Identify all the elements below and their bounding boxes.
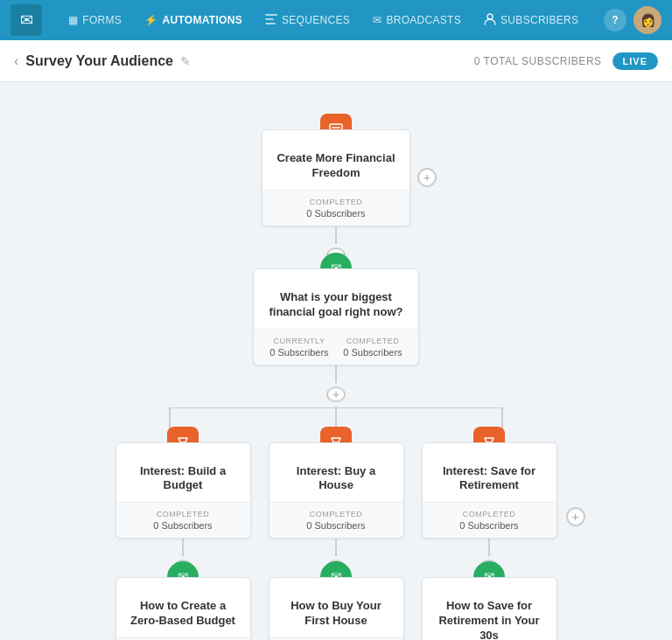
email-node-card[interactable]: What is your biggest financial goal righ…: [253, 268, 419, 365]
top-node-add-right[interactable]: +: [417, 164, 437, 191]
top-node-footer: Completed 0 Subscribers: [262, 190, 410, 226]
retirement-email-title: How to Save for Retirement in Your 30s: [423, 578, 556, 640]
email-node-footer: Currently 0 Subscribers Completed 0 Subs…: [254, 329, 418, 365]
user-avatar[interactable]: 👩: [634, 6, 662, 34]
connector-2: +: [326, 365, 346, 407]
budget-email-wrapper: ✉ How to Create a Zero-Based Budget Curr…: [116, 577, 251, 640]
navigation: ✉ ▦ Forms ⚡ Automations Sequences ✉ Broa…: [0, 0, 672, 40]
svg-point-0: [487, 14, 493, 19]
broadcasts-icon: ✉: [373, 14, 382, 26]
retirement-node-card[interactable]: Interest: Save for Retirement Completed …: [422, 442, 557, 539]
help-button[interactable]: ?: [604, 9, 626, 31]
logo-icon: ✉: [20, 10, 33, 30]
lightning-icon: ⚡: [144, 14, 158, 26]
retirement-node-title: Interest: Save for Retirement: [423, 443, 556, 503]
subscribers-icon: [484, 13, 496, 28]
nav-forms[interactable]: ▦ Forms: [60, 9, 130, 31]
branch-row: Interest: Build a Budget Completed 0 Sub…: [116, 434, 557, 640]
retirement-node-footer: Completed 0 Subscribers: [423, 502, 556, 538]
budget-node-title: Interest: Build a Budget: [116, 443, 250, 503]
subheader-right: 0 Total Subscribers LIVE: [474, 52, 658, 70]
budget-node-footer: Completed 0 Subscribers: [116, 502, 250, 538]
email-node-stat-current: Currently 0 Subscribers: [270, 337, 328, 358]
branch-add-right[interactable]: +: [566, 504, 585, 530]
house-email-wrapper: ✉ How to Buy Your First House Currently …: [269, 577, 404, 640]
sequences-icon: [265, 13, 277, 28]
retirement-email-card[interactable]: How to Save for Retirement in Your 30s C…: [422, 577, 557, 640]
subheader-left: ‹ Survey Your Audience ✎: [14, 53, 191, 69]
budget-email-title: How to Create a Zero-Based Budget: [116, 578, 250, 637]
add-btn-2[interactable]: +: [326, 386, 346, 402]
forms-icon: ▦: [68, 14, 78, 26]
nav-right: ? 👩: [604, 6, 662, 34]
retirement-node-stat: Completed 0 Subscribers: [459, 510, 518, 531]
branch-retirement: Interest: Save for Retirement Completed …: [422, 434, 557, 640]
house-email-title: How to Buy Your First House: [270, 578, 403, 637]
page-title: Survey Your Audience: [25, 53, 173, 69]
live-badge: LIVE: [612, 52, 658, 70]
total-subscribers: 0 Total Subscribers: [474, 55, 602, 67]
budget-email-card[interactable]: How to Create a Zero-Based Budget Curren…: [116, 577, 251, 640]
retirement-node-wrapper: Interest: Save for Retirement Completed …: [422, 442, 557, 539]
top-node-title: Create More Financial Freedom: [262, 130, 410, 190]
nav-subscribers[interactable]: Subscribers: [475, 8, 587, 33]
workflow-canvas: Create More Financial Freedom Completed …: [0, 82, 672, 640]
nav-automations[interactable]: ⚡ Automations: [136, 9, 251, 31]
house-node-stat: Completed 0 Subscribers: [306, 510, 365, 531]
nav-broadcasts[interactable]: ✉ Broadcasts: [364, 9, 470, 31]
top-node-wrapper: Create More Financial Freedom Completed …: [262, 129, 410, 226]
house-node-card[interactable]: Interest: Buy a House Completed 0 Subscr…: [269, 442, 404, 539]
back-button[interactable]: ‹: [14, 53, 18, 69]
branch-house: Interest: Buy a House Completed 0 Subscr…: [269, 434, 404, 640]
branch-budget: Interest: Build a Budget Completed 0 Sub…: [116, 434, 251, 640]
budget-node-stat: Completed 0 Subscribers: [153, 510, 212, 531]
top-node-stat: Completed 0 Subscribers: [306, 198, 365, 219]
nav-links: ▦ Forms ⚡ Automations Sequences ✉ Broadc…: [60, 8, 604, 33]
email-node-title: What is your biggest financial goal righ…: [254, 269, 418, 329]
budget-node-card[interactable]: Interest: Build a Budget Completed 0 Sub…: [116, 442, 251, 539]
top-node-card[interactable]: Create More Financial Freedom Completed …: [262, 129, 410, 226]
house-node-footer: Completed 0 Subscribers: [270, 502, 403, 538]
email-node-wrapper: ✉ What is your biggest financial goal ri…: [253, 268, 419, 365]
house-node-title: Interest: Buy a House: [270, 443, 403, 503]
email-node-stat-completed: Completed 0 Subscribers: [343, 337, 402, 358]
budget-node-wrapper: Interest: Build a Budget Completed 0 Sub…: [116, 442, 251, 539]
subheader: ‹ Survey Your Audience ✎ 0 Total Subscri…: [0, 40, 672, 82]
nav-sequences[interactable]: Sequences: [256, 8, 359, 33]
retirement-email-wrapper: ✉ How to Save for Retirement in Your 30s…: [422, 577, 557, 640]
logo[interactable]: ✉: [10, 4, 42, 36]
house-node-wrapper: Interest: Buy a House Completed 0 Subscr…: [269, 442, 404, 539]
edit-title-icon[interactable]: ✎: [180, 54, 191, 68]
house-email-card[interactable]: How to Buy Your First House Currently 0 …: [269, 577, 404, 640]
